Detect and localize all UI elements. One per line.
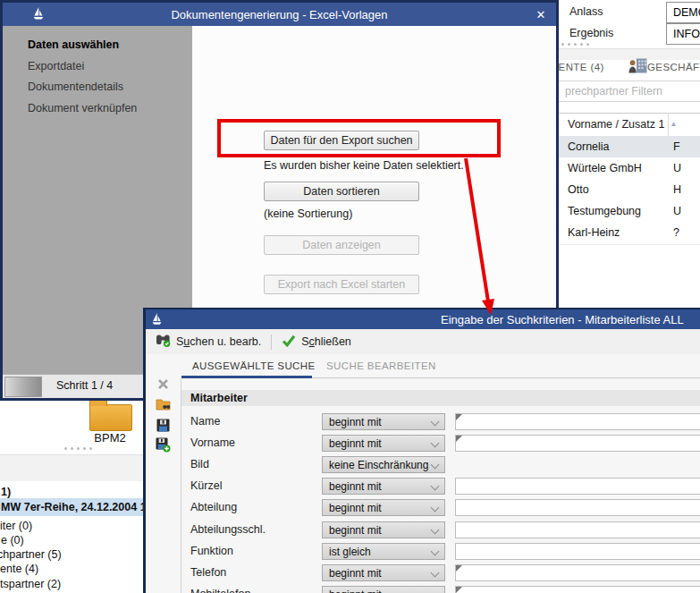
- sailboat-icon: [151, 312, 163, 328]
- cell-initial: F: [673, 140, 680, 153]
- splitter-dots-handle[interactable]: [64, 447, 92, 450]
- cell-vorname: Otto: [568, 183, 589, 196]
- search-and-edit-button[interactable]: Suchen u. bearb.: [156, 334, 261, 350]
- value-input[interactable]: [455, 435, 700, 452]
- section-header-mitarbeiter: Mitarbeiter: [181, 390, 700, 406]
- tab-dokumente[interactable]: IENTE (4): [555, 62, 604, 72]
- tree-item-selected[interactable]: MW 7er-Reihe, 24.12.2004 12:: [0, 498, 146, 516]
- operator-select[interactable]: beginnt mit: [322, 478, 445, 495]
- chevron-down-icon: [431, 504, 440, 513]
- operator-select[interactable]: beginnt mit: [322, 564, 445, 581]
- field-row-abteilung: Abteilung beginnt mit: [146, 499, 700, 517]
- step-daten-auswaehlen[interactable]: Daten auswählen: [28, 35, 192, 56]
- field-label: Funktion: [190, 545, 233, 557]
- sort-data-button[interactable]: Daten sortieren: [264, 182, 419, 201]
- folder-label[interactable]: BPM2: [79, 431, 141, 445]
- operator-select[interactable]: beginnt mit: [322, 499, 445, 516]
- annotation-highlight-rect: [217, 119, 501, 157]
- tab-suche-bearbeiten[interactable]: SUCHE BEARBEITEN: [326, 360, 436, 371]
- operator-value: beginnt mit: [329, 524, 382, 537]
- table-row[interactable]: Testumgebung U: [559, 200, 700, 223]
- chevron-down-icon: [431, 461, 440, 470]
- chevron-down-icon: [431, 526, 440, 535]
- value-input[interactable]: [455, 564, 700, 581]
- dialog2-title: Eingabe der Suchkriterien - Mitarbeiterl…: [441, 313, 684, 326]
- step-counter: Schritt 1 / 4: [56, 379, 113, 392]
- step-dokument-verknuepfen[interactable]: Dokument verknüpfen: [28, 98, 192, 120]
- value-input[interactable]: [455, 478, 700, 495]
- value-input[interactable]: [455, 499, 700, 516]
- operator-value: beginnt mit: [329, 567, 382, 580]
- cell-vorname: Würtele GmbH: [568, 162, 642, 174]
- field-row-funktion: Funktion ist gleich: [146, 543, 700, 561]
- operator-select[interactable]: beginnt mit: [322, 413, 445, 430]
- folder-icon-bpm2[interactable]: [89, 404, 132, 431]
- operator-value: ist gleich: [329, 546, 371, 558]
- ergebnis-value-field[interactable]: INFO: [666, 23, 700, 45]
- binoculars-icon: [156, 334, 171, 350]
- operator-value: beginnt mit: [329, 437, 382, 450]
- section-title: Mitarbeiter: [190, 392, 248, 404]
- operator-select[interactable]: ist gleich: [322, 543, 445, 560]
- close-dialog-button[interactable]: Schließen: [282, 335, 351, 350]
- field-label: Mobiltelefon: [190, 588, 250, 593]
- dialog2-toolbar: Suchen u. bearb. Schließen: [146, 329, 700, 354]
- tree-item[interactable]: 1): [1, 485, 146, 499]
- selection-hint: Es wurden bisher keine Daten selektiert.: [264, 159, 464, 172]
- field-label: Telefon: [190, 566, 226, 579]
- toolbar-separator: [271, 335, 272, 350]
- operator-select[interactable]: beginnt mit: [322, 435, 445, 452]
- table-row[interactable]: Karl-Heinz ?: [559, 222, 700, 245]
- table-row[interactable]: Cornelia F: [559, 136, 700, 158]
- ergebnis-value: INFO: [673, 28, 700, 40]
- step-dokumentendetails[interactable]: Dokumentendetails: [28, 77, 192, 98]
- ansprechpartner-filter-input[interactable]: [554, 80, 700, 102]
- field-label: Vorname: [190, 436, 235, 449]
- active-tab-underline: [181, 376, 312, 378]
- field-row-name: Name beginnt mit: [146, 413, 700, 431]
- operator-value: beginnt mit: [329, 480, 382, 493]
- clear-criteria-icon[interactable]: [154, 376, 172, 392]
- screen: Anlass DEMO Ergebnis INFO IENTE (4) GESC…: [0, 0, 700, 593]
- table-header-label: Vorname / Zusatz 1▲: [568, 118, 677, 131]
- operator-select[interactable]: beginnt mit: [322, 521, 445, 538]
- cell-initial: H: [673, 183, 681, 196]
- operator-value: keine Einschränkung: [329, 459, 428, 471]
- cell-initial: U: [673, 205, 681, 217]
- anlass-label: Anlass: [569, 5, 603, 18]
- value-input[interactable]: [455, 543, 700, 560]
- value-input[interactable]: [455, 521, 700, 538]
- open-saved-search-icon[interactable]: [154, 395, 172, 411]
- show-data-button[interactable]: Daten anzeigen: [264, 235, 419, 255]
- tree-item[interactable]: e (0): [1, 533, 146, 547]
- table-header-vorname[interactable]: Vorname / Zusatz 1▲: [559, 113, 700, 138]
- step-exportdatei[interactable]: Exportdatei: [28, 56, 192, 78]
- tree-item[interactable]: iter (0): [0, 519, 146, 533]
- sort-asc-icon: ▲: [670, 120, 677, 128]
- chevron-down-icon: [431, 590, 440, 593]
- value-input[interactable]: [455, 413, 700, 430]
- table-row[interactable]: Würtele GmbH U: [559, 157, 700, 180]
- tab-geschaeftspartner[interactable]: GESCHÄF: [647, 62, 699, 72]
- field-row-mobiltelefon: Mobiltelefon beginnt mit: [146, 586, 700, 593]
- close-icon[interactable]: ✕: [533, 6, 549, 22]
- close-label: Schließen: [301, 335, 351, 348]
- operator-value: beginnt mit: [329, 502, 382, 514]
- value-input[interactable]: [455, 586, 700, 593]
- tab-ausgewaehlte-suche[interactable]: AUSGEWÄHLTE SUCHE: [192, 360, 316, 371]
- operator-value: beginnt mit: [329, 589, 382, 593]
- tree-item[interactable]: ente (4): [0, 562, 146, 576]
- anlass-value: DEMO: [673, 6, 700, 19]
- chevron-down-icon: [431, 418, 440, 427]
- operator-select[interactable]: keine Einschränkung: [322, 456, 445, 473]
- tree-item[interactable]: chpartner (5): [0, 547, 146, 562]
- tree-item[interactable]: tspartner (2): [0, 577, 146, 591]
- splitter-dots-handle[interactable]: [561, 43, 589, 46]
- chevron-down-icon: [431, 569, 440, 578]
- search-and-edit-label: Suchen u. bearb.: [176, 335, 261, 348]
- operator-select[interactable]: beginnt mit: [322, 586, 445, 593]
- table-row[interactable]: Otto H: [559, 179, 700, 201]
- anlass-value-field[interactable]: DEMO: [666, 2, 700, 23]
- start-excel-export-button[interactable]: Export nach Excel starten: [264, 275, 419, 294]
- field-row-kuerzel: Kürzel beginnt mit: [146, 478, 700, 496]
